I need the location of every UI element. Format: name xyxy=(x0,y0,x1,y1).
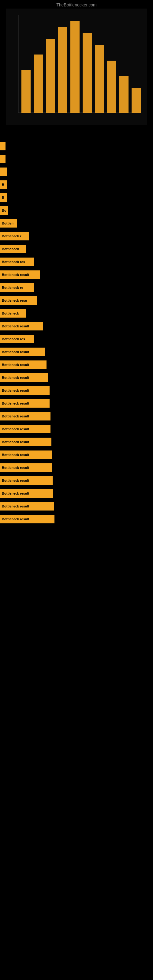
result-bar: Bottleneck result xyxy=(0,399,49,407)
chart-placeholder xyxy=(6,9,147,125)
result-bar: Bottleneck result xyxy=(0,322,43,331)
result-label: B xyxy=(2,196,4,199)
result-item: Bottleneck result xyxy=(0,500,153,512)
result-bar: Bottleneck result xyxy=(0,463,52,472)
result-bar: Bottlen xyxy=(0,219,17,228)
svg-rect-12 xyxy=(132,88,141,113)
result-bar: Bottleneck res xyxy=(0,258,33,266)
svg-rect-11 xyxy=(120,76,129,113)
chart-area xyxy=(0,9,153,137)
result-bar: Bottleneck result xyxy=(0,386,49,395)
result-item: Bottleneck xyxy=(0,307,153,319)
result-item: Bottleneck resu xyxy=(0,294,153,306)
result-bar: Bottleneck resu xyxy=(0,296,37,305)
result-item: B xyxy=(0,192,153,204)
result-label: B xyxy=(2,183,4,186)
result-label: Bottleneck result xyxy=(2,273,29,277)
result-label: Bottleneck result xyxy=(2,350,29,354)
result-bar: Bo xyxy=(0,206,8,215)
svg-rect-4 xyxy=(33,54,43,113)
result-label: Bottleneck xyxy=(2,247,19,251)
svg-rect-10 xyxy=(107,60,116,113)
result-label: Bottlen xyxy=(2,221,13,225)
result-item: Bottleneck result xyxy=(0,320,153,332)
result-item xyxy=(0,140,153,152)
result-label: Bottleneck res xyxy=(2,337,25,341)
result-label: Bottleneck resu xyxy=(2,299,27,302)
result-item: Bottleneck result xyxy=(0,410,153,422)
result-bar: B xyxy=(0,193,7,202)
result-item: Bottleneck result xyxy=(0,359,153,371)
result-item: Bottleneck result xyxy=(0,398,153,409)
svg-rect-3 xyxy=(21,70,30,113)
result-label: Bottleneck result xyxy=(2,363,29,367)
result-bar: Bottleneck result xyxy=(0,438,51,446)
result-bar: Bottleneck result xyxy=(0,450,52,459)
result-bar: Bottleneck result xyxy=(0,489,53,498)
result-label: Bottleneck r xyxy=(2,234,21,238)
result-item: Bottleneck re xyxy=(0,282,153,293)
site-title: TheBottlenecker.com xyxy=(0,0,153,9)
result-item: Bottleneck result xyxy=(0,449,153,461)
result-label: Bottleneck re xyxy=(2,286,23,290)
result-item: Bottleneck result xyxy=(0,436,153,448)
result-label: Bottleneck result xyxy=(2,479,29,482)
result-bar: Bottleneck result xyxy=(0,360,46,369)
result-item: Bottleneck result xyxy=(0,372,153,383)
result-label: Bottleneck result xyxy=(2,504,29,508)
result-item xyxy=(0,166,153,178)
result-label: Bottleneck result xyxy=(2,453,29,457)
result-label: Bottleneck result xyxy=(2,401,29,405)
result-label: Bottleneck result xyxy=(2,517,29,521)
result-label: Bottleneck result xyxy=(2,466,29,469)
result-label: Bottleneck result xyxy=(2,440,29,444)
svg-rect-9 xyxy=(95,45,104,113)
result-label: Bottleneck result xyxy=(2,389,29,392)
result-label: Bottleneck result xyxy=(2,427,29,431)
result-label: Bo xyxy=(2,208,6,212)
result-bar: Bottleneck xyxy=(0,309,26,318)
result-bar: Bottleneck result xyxy=(0,502,54,511)
svg-rect-6 xyxy=(58,27,67,113)
results-container: BBBoBottlenBottleneck rBottleneckBottlen… xyxy=(0,137,153,525)
result-bar xyxy=(0,142,5,150)
svg-rect-5 xyxy=(46,39,55,113)
result-item: Bottleneck result xyxy=(0,513,153,525)
result-item: Bottleneck result xyxy=(0,346,153,358)
result-item: Bottleneck result xyxy=(0,423,153,435)
result-item: Bottleneck result xyxy=(0,269,153,280)
svg-rect-7 xyxy=(70,21,80,113)
result-bar: Bottleneck result xyxy=(0,270,40,279)
result-bar: Bottleneck res xyxy=(0,335,33,343)
result-label: Bottleneck result xyxy=(2,376,29,379)
result-label: Bottleneck result xyxy=(2,492,29,495)
result-bar: B xyxy=(0,180,7,189)
result-item: Bottleneck res xyxy=(0,333,153,345)
result-bar: Bottleneck result xyxy=(0,373,48,382)
result-item xyxy=(0,153,153,165)
result-bar: Bottleneck r xyxy=(0,232,29,240)
result-item: Bottleneck result xyxy=(0,475,153,486)
result-item: Bottleneck result xyxy=(0,385,153,396)
result-bar xyxy=(0,155,5,163)
result-item: Bottlen xyxy=(0,218,153,229)
result-label: Bottleneck result xyxy=(2,414,29,418)
result-bar: Bottleneck result xyxy=(0,412,51,420)
result-bar: Bottleneck result xyxy=(0,348,45,356)
result-label: Bottleneck xyxy=(2,312,19,315)
result-bar: Bottleneck result xyxy=(0,515,54,523)
svg-rect-8 xyxy=(83,33,92,113)
result-bar: Bottleneck re xyxy=(0,283,33,292)
result-item: Bo xyxy=(0,205,153,216)
result-bar: Bottleneck xyxy=(0,245,26,253)
result-item: Bottleneck result xyxy=(0,488,153,499)
result-item: Bottleneck result xyxy=(0,462,153,474)
result-label: Bottleneck res xyxy=(2,260,25,264)
result-item: Bottleneck res xyxy=(0,256,153,268)
result-item: Bottleneck xyxy=(0,243,153,255)
site-header: TheBottlenecker.com xyxy=(0,0,153,9)
result-bar: Bottleneck result xyxy=(0,476,53,485)
result-bar xyxy=(0,167,7,176)
result-item: B xyxy=(0,179,153,191)
result-label: Bottleneck result xyxy=(2,324,29,328)
